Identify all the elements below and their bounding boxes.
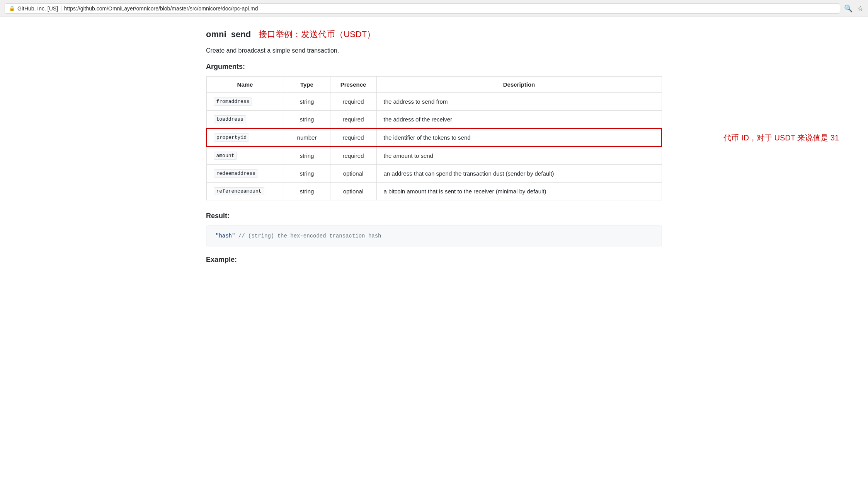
description-text: Create and broadcast a simple send trans… <box>206 47 662 54</box>
address-bar[interactable]: 🔒 GitHub, Inc. [US] | https://github.com… <box>5 3 840 14</box>
cell-description: the amount to send <box>376 147 662 165</box>
row-annotation: 代币 ID，对于 USDT 来说值是 31 <box>723 132 839 143</box>
table-row: fromaddressstringrequiredthe address to … <box>206 93 662 111</box>
table-row: redeemaddressstringoptionalan address th… <box>206 165 662 183</box>
arguments-title: Arguments: <box>206 63 662 71</box>
browser-chrome: 🔒 GitHub, Inc. [US] | https://github.com… <box>0 0 868 17</box>
cell-presence: required <box>330 147 376 165</box>
col-header-name: Name <box>206 77 284 93</box>
table-header-row: Name Type Presence Description <box>206 77 662 93</box>
cell-description: the identifier of the tokens to send代币 I… <box>376 128 662 147</box>
cell-presence: required <box>330 93 376 111</box>
table-row: toaddressstringrequiredthe address of th… <box>206 111 662 129</box>
arguments-table: Name Type Presence Description fromaddre… <box>206 76 662 200</box>
cell-name: redeemaddress <box>206 165 284 183</box>
search-icon[interactable]: 🔍 <box>844 4 853 13</box>
cell-presence: optional <box>330 183 376 200</box>
secure-icon: 🔒 <box>9 5 15 11</box>
heading-annotation: 接口举例：发送代币（USDT） <box>259 29 375 40</box>
param-name-code: referenceamount <box>214 187 264 195</box>
example-title: Example: <box>206 256 662 264</box>
param-name-code: fromaddress <box>214 97 252 106</box>
result-code-comment: // (string) the hex-encoded transaction … <box>238 233 381 239</box>
browser-toolbar-icons: 🔍 ☆ <box>844 4 863 13</box>
col-header-presence: Presence <box>330 77 376 93</box>
cell-name: fromaddress <box>206 93 284 111</box>
page-heading: omni_send 接口举例：发送代币（USDT） <box>206 29 662 40</box>
cell-type: number <box>284 128 330 147</box>
arguments-table-wrapper: Name Type Presence Description fromaddre… <box>206 76 662 200</box>
cell-name: propertyid <box>206 128 284 147</box>
cell-description: a bitcoin amount that is sent to the rec… <box>376 183 662 200</box>
cell-type: string <box>284 111 330 129</box>
page-content: omni_send 接口举例：发送代币（USDT） Create and bro… <box>183 17 685 281</box>
table-body: fromaddressstringrequiredthe address to … <box>206 93 662 200</box>
function-name: omni_send <box>206 29 251 39</box>
url-origin: GitHub, Inc. [US] <box>17 5 58 12</box>
param-name-code: toaddress <box>214 115 246 123</box>
table-row: propertyidnumberrequiredthe identifier o… <box>206 128 662 147</box>
table-row: referenceamountstringoptionala bitcoin a… <box>206 183 662 200</box>
param-name-code: amount <box>214 152 237 160</box>
table-row: amountstringrequiredthe amount to send <box>206 147 662 165</box>
cell-presence: optional <box>330 165 376 183</box>
result-title: Result: <box>206 212 662 220</box>
cell-type: string <box>284 147 330 165</box>
cell-description: the address to send from <box>376 93 662 111</box>
cell-type: string <box>284 93 330 111</box>
result-code-string: "hash" <box>216 233 235 239</box>
result-code-block: "hash" // (string) the hex-encoded trans… <box>206 226 662 246</box>
col-header-description: Description <box>376 77 662 93</box>
cell-description: an address that can spend the transactio… <box>376 165 662 183</box>
param-name-code: redeemaddress <box>214 169 258 178</box>
url-full: https://github.com/OmniLayer/omnicore/bl… <box>64 5 258 12</box>
param-name-code: propertyid <box>214 133 249 142</box>
cell-name: toaddress <box>206 111 284 129</box>
cell-name: referenceamount <box>206 183 284 200</box>
example-section: Example: <box>206 256 662 264</box>
cell-type: string <box>284 183 330 200</box>
cell-type: string <box>284 165 330 183</box>
result-section: Result: "hash" // (string) the hex-encod… <box>206 212 662 246</box>
col-header-type: Type <box>284 77 330 93</box>
cell-description: the address of the receiver <box>376 111 662 129</box>
bookmark-icon[interactable]: ☆ <box>857 4 863 13</box>
url-separator: | <box>60 5 62 12</box>
cell-presence: required <box>330 111 376 129</box>
cell-presence: required <box>330 128 376 147</box>
cell-name: amount <box>206 147 284 165</box>
